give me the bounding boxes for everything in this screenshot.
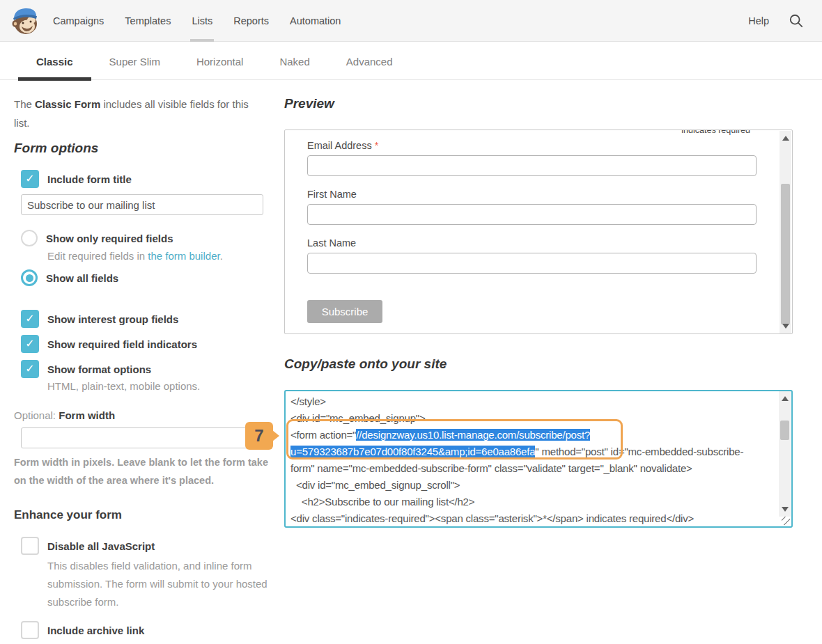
scroll-up-icon[interactable] — [782, 396, 789, 401]
show-all-fields-label[interactable]: Show all fields — [46, 272, 118, 284]
interest-groups-label[interactable]: Show interest group fields — [47, 313, 178, 325]
scroll-down-icon[interactable] — [782, 507, 789, 512]
form-width-heading: Optional: Form width — [14, 409, 269, 421]
show-only-required-row: Show only required fields — [14, 230, 269, 246]
check-icon: ✓ — [25, 172, 34, 185]
tab-naked[interactable]: Naked — [261, 42, 327, 80]
show-all-fields-radio[interactable] — [21, 269, 38, 286]
last-name-label: Last Name — [307, 237, 792, 249]
preview-scroll-thumb[interactable] — [781, 184, 790, 324]
code-line: <div class="indicates-required"><span cl… — [290, 510, 770, 527]
show-only-required-radio[interactable] — [21, 230, 38, 246]
enhance-form-heading: Enhance your form — [14, 508, 269, 522]
badge-pointer-icon — [272, 430, 279, 441]
form-width-input[interactable] — [21, 427, 263, 448]
code-scroll-thumb[interactable] — [780, 421, 789, 440]
form-builder-link[interactable]: the form builder — [148, 250, 219, 262]
nav-lists[interactable]: Lists — [192, 0, 212, 42]
nav-reports[interactable]: Reports — [233, 0, 269, 42]
tab-advanced[interactable]: Advanced — [328, 42, 411, 80]
required-indicators-label[interactable]: Show required field indicators — [47, 338, 197, 350]
tab-horizontal[interactable]: Horizontal — [178, 42, 262, 80]
active-nav-indicator — [190, 39, 214, 42]
form-width-label: Form width — [59, 409, 115, 421]
archive-link-checkbox[interactable] — [21, 621, 39, 639]
archive-link-label[interactable]: Include archive link — [47, 625, 144, 636]
format-options-label[interactable]: Show format options — [47, 363, 151, 375]
check-icon: ✓ — [25, 362, 34, 375]
form-width-helper: Form width in pixels. Leave blank to let… — [14, 453, 269, 489]
disable-js-checkbox[interactable] — [21, 537, 39, 555]
scroll-down-icon[interactable] — [782, 324, 789, 329]
code-line: u=579323687b7e07d00f80f3245&amp;id=6e0aa… — [290, 443, 770, 460]
code-scrollbar[interactable] — [779, 391, 791, 517]
code-line: <div id="mc_embed_signup_scroll"> — [290, 477, 770, 494]
radio-dot — [26, 274, 33, 282]
nav-automation-label: Automation — [290, 15, 341, 26]
edit-required-helper: Edit required fields in the form builder… — [47, 250, 269, 262]
primary-nav: Campaigns Templates Lists Reports Automa… — [53, 0, 341, 42]
textarea-resize-grip-icon[interactable] — [782, 517, 790, 525]
tab-naked-label: Naked — [279, 56, 309, 68]
disable-js-helper: This disables field validation, and inli… — [47, 557, 269, 611]
embed-code: </style> <div id="mc_embed_signup"> <for… — [286, 391, 791, 527]
indicates-required-note: * indicates required — [676, 129, 750, 135]
nav-templates[interactable]: Templates — [125, 0, 171, 42]
nav-campaigns-label: Campaigns — [53, 15, 104, 26]
show-only-required-label[interactable]: Show only required fields — [46, 233, 173, 244]
required-asterisk: * — [375, 140, 379, 151]
intro-text: The Classic Form includes all visible fi… — [14, 95, 265, 132]
last-name-field[interactable] — [307, 253, 757, 274]
tab-classic[interactable]: Classic — [18, 42, 91, 80]
email-address-field[interactable] — [307, 155, 757, 176]
tab-advanced-label: Advanced — [346, 56, 393, 68]
form-options-heading: Form options — [14, 141, 269, 156]
disable-js-label[interactable]: Disable all JavaScript — [47, 540, 155, 552]
form-preview-box: * indicates required Email Address* Firs… — [284, 129, 793, 334]
step-7-badge: 7 — [245, 422, 273, 450]
page: Campaigns Templates Lists Reports Automa… — [0, 0, 822, 644]
code-line: <h2>Subscribe to our mailing list</h2> — [290, 494, 770, 510]
top-bar: Campaigns Templates Lists Reports Automa… — [0, 0, 822, 42]
archive-link-row: Include archive link — [14, 621, 269, 639]
format-options-checkbox[interactable]: ✓ — [21, 360, 39, 378]
required-indicators-row: ✓ Show required field indicators — [14, 335, 269, 353]
tab-super-slim[interactable]: Super Slim — [91, 42, 178, 80]
interest-groups-checkbox[interactable]: ✓ — [21, 310, 39, 328]
code-line: <form action="//designzway.us10.list-man… — [290, 427, 770, 443]
first-name-label: First Name — [307, 189, 792, 200]
tab-horizontal-label: Horizontal — [196, 56, 244, 68]
check-icon: ✓ — [25, 337, 34, 350]
tab-classic-label: Classic — [36, 56, 73, 68]
scroll-up-icon[interactable] — [782, 136, 789, 141]
nav-campaigns[interactable]: Campaigns — [53, 0, 104, 42]
help-link[interactable]: Help — [748, 0, 769, 42]
nav-automation[interactable]: Automation — [290, 0, 341, 42]
options-panel: The Classic Form includes all visible fi… — [14, 91, 269, 639]
code-line: </style> — [290, 393, 770, 410]
check-icon: ✓ — [25, 312, 34, 325]
include-form-title-label[interactable]: Include form title — [47, 173, 132, 185]
preview-scrollbar[interactable] — [780, 131, 791, 333]
form-title-input[interactable] — [21, 194, 263, 215]
required-indicators-checkbox[interactable]: ✓ — [21, 335, 39, 353]
active-tab-underline — [18, 77, 91, 81]
include-form-title-row: ✓ Include form title — [14, 170, 269, 188]
subscribe-button[interactable]: Subscribe — [307, 300, 382, 323]
nav-lists-label: Lists — [192, 15, 212, 26]
disable-js-row: Disable all JavaScript — [14, 537, 269, 555]
format-options-row: ✓ Show format options — [14, 360, 269, 378]
mailchimp-freddie-logo[interactable] — [10, 5, 40, 37]
tab-super-slim-label: Super Slim — [109, 56, 160, 68]
selected-text: //designzway.us10.list-manage.com/subscr… — [356, 429, 590, 441]
format-options-helper: HTML, plain-text, mobile options. — [47, 380, 269, 392]
interest-groups-row: ✓ Show interest group fields — [14, 310, 269, 328]
form-style-tabs: Classic Super Slim Horizontal Naked Adva… — [0, 42, 822, 80]
preview-form: Email Address* First Name Last Name Subs… — [285, 130, 792, 323]
first-name-field[interactable] — [307, 204, 757, 225]
search-icon[interactable] — [789, 13, 804, 29]
nav-reports-label: Reports — [233, 15, 269, 26]
copy-paste-heading: Copy/paste onto your site — [284, 356, 447, 372]
include-form-title-checkbox[interactable]: ✓ — [21, 170, 39, 188]
embed-code-textarea[interactable]: </style> <div id="mc_embed_signup"> <for… — [284, 390, 793, 528]
